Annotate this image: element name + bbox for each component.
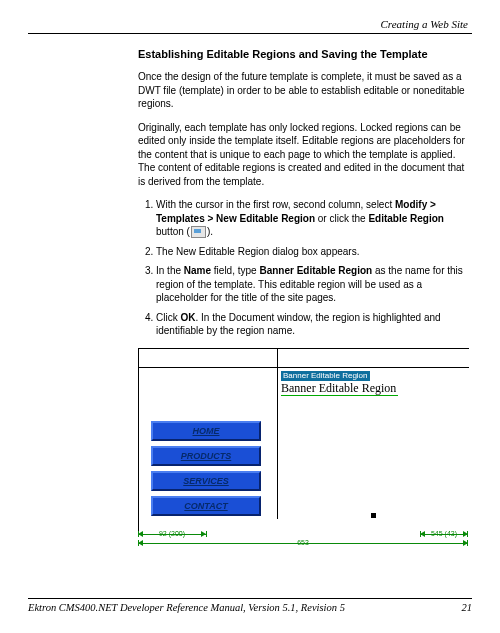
nav-home-button: HOME bbox=[151, 421, 261, 441]
nav-column: HOME PRODUCTS SERVICES CONTACT bbox=[151, 421, 261, 521]
editable-region-placeholder: Banner Editable Region bbox=[281, 382, 398, 396]
figure-frame: Banner Editable Region Banner Editable R… bbox=[138, 348, 469, 535]
nav-products-button: PRODUCTS bbox=[151, 446, 261, 466]
step-2: The New Editable Region dialog box appea… bbox=[156, 245, 466, 259]
header-breadcrumb: Creating a Web Site bbox=[28, 18, 472, 30]
header-rule bbox=[28, 33, 472, 34]
footer-rule bbox=[28, 598, 472, 599]
section-title: Establishing Editable Regions and Saving… bbox=[138, 48, 466, 60]
figure-col-divider bbox=[277, 349, 278, 519]
ruler-seg-b: 545 (43) bbox=[419, 530, 469, 537]
footer-manual-title: Ektron CMS400.NET Developer Reference Ma… bbox=[28, 602, 345, 613]
nav-services-button: SERVICES bbox=[151, 471, 261, 491]
paragraph-1: Once the design of the future template i… bbox=[138, 70, 466, 111]
figure-row-divider bbox=[139, 367, 469, 368]
step-3: In the Name field, type Banner Editable … bbox=[156, 264, 466, 305]
ruler-seg-a: 92 (200) bbox=[147, 530, 197, 537]
nav-contact-button: CONTACT bbox=[151, 496, 261, 516]
paragraph-2: Originally, each template has only locke… bbox=[138, 121, 466, 189]
editable-region-icon bbox=[191, 226, 206, 238]
figure-template-preview: Banner Editable Region Banner Editable R… bbox=[138, 348, 466, 553]
page-number: 21 bbox=[462, 602, 473, 613]
resize-handle-icon bbox=[371, 513, 376, 518]
step-1: With the cursor in the first row, second… bbox=[156, 198, 466, 239]
main-content: Establishing Editable Regions and Saving… bbox=[138, 48, 466, 553]
ruler-seg-c: 653 bbox=[278, 539, 328, 546]
steps-list: With the cursor in the first row, second… bbox=[138, 198, 466, 338]
step-4: Click OK. In the Document window, the re… bbox=[156, 311, 466, 338]
ruler: 92 (200) 545 (43) 653 bbox=[138, 534, 468, 550]
editable-region-tab: Banner Editable Region bbox=[281, 371, 370, 381]
footer: Ektron CMS400.NET Developer Reference Ma… bbox=[28, 598, 472, 613]
